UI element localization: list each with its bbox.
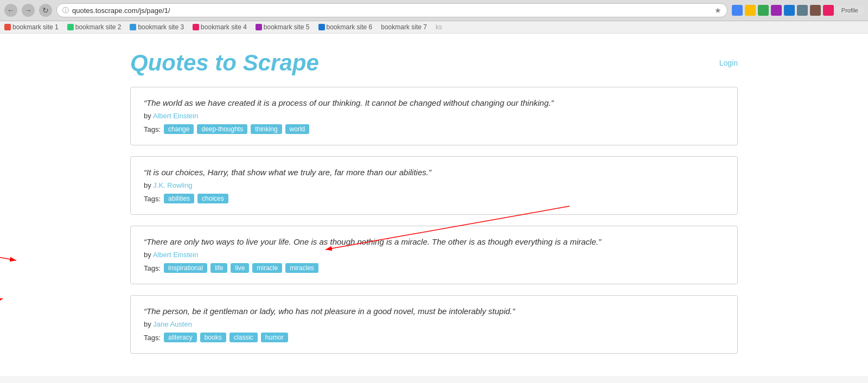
quote-author-3: by Albert Einstein [144,251,724,259]
ext-icon-1[interactable] [732,5,743,16]
ext-icon-7[interactable] [810,5,821,16]
quote-box-1: “The world as we have created it is a pr… [130,87,738,145]
refresh-button[interactable]: ↻ [39,4,52,17]
bookmark-icon-4 [193,24,199,30]
bookmark-1[interactable]: bookmark site 1 [4,23,59,31]
ext-icon-2[interactable] [745,5,756,16]
bookmark-2[interactable]: bookmark site 2 [67,23,122,31]
author-link-3[interactable]: Albert Einstein [153,251,199,259]
bookmark-8[interactable]: ks [436,23,442,31]
tag-classic[interactable]: classic [229,333,258,342]
tag-choices[interactable]: choices [197,194,228,203]
bookmark-icon-2 [67,24,74,30]
tags-line-2: Tags: abilities choices [144,194,724,203]
bookmark-3[interactable]: bookmark site 3 [130,23,184,31]
browser-extensions: Profile [732,5,864,16]
tag-deep-thoughts[interactable]: deep-thoughts [197,124,247,134]
quote-text-4: “The person, be it gentleman or lady, wh… [144,307,724,316]
ext-icon-4[interactable] [771,5,782,16]
bookmark-star-icon[interactable]: ★ [714,6,722,15]
bookmark-4[interactable]: bookmark site 4 [193,23,247,31]
svg-line-1 [0,247,16,260]
ext-icon-3[interactable] [758,5,769,16]
ext-icon-8[interactable] [823,5,834,16]
quote-author-2: by J.K. Rowling [144,181,724,189]
bookmark-5[interactable]: bookmark site 5 [256,23,310,31]
author-link-1[interactable]: Albert Einstein [153,112,199,120]
tag-world[interactable]: world [285,124,310,134]
bookmark-6[interactable]: bookmark site 6 [318,23,373,31]
browser-chrome: ← → ↻ ⓘ quotes.toscrape.com/js/page/1/ ★… [0,0,868,21]
quote-text-2: “It is our choices, Harry, that show wha… [144,168,724,177]
tags-line-4: Tags: aliteracy books classic humor [144,333,724,342]
tag-miracles[interactable]: miracles [285,263,318,273]
tag-life[interactable]: life [210,263,227,273]
quotes-container: “The world as we have created it is a pr… [0,87,868,354]
bookmarks-bar: bookmark site 1 bookmark site 2 bookmark… [0,21,868,34]
back-button[interactable]: ← [4,4,17,17]
ext-icon-6[interactable] [797,5,808,16]
quote-author-4: by Jane Austen [144,320,724,328]
forward-button[interactable]: → [22,4,35,17]
tag-live[interactable]: live [231,263,249,273]
quote-box-2: “It is our choices, Harry, that show wha… [130,156,738,215]
tag-humor[interactable]: humor [261,333,288,342]
page-header: Quotes to Scrape Login [0,34,868,87]
profile-button[interactable]: Profile [836,6,864,15]
page-wrapper: Quotes to Scrape Login “The world as we … [0,34,868,376]
tag-inspirational[interactable]: inspirational [164,263,207,273]
bookmark-icon-1 [4,24,11,30]
quote-box-4: “The person, be it gentleman or lady, wh… [130,295,738,354]
tags-line-3: Tags: inspirational life live miracle mi… [144,263,724,273]
bookmark-icon-6 [318,24,325,30]
quote-text-1: “The world as we have created it is a pr… [144,98,724,107]
site-title: Quotes to Scrape [130,50,319,76]
tag-change[interactable]: change [164,124,194,134]
bookmark-icon-3 [130,24,136,30]
url-text: quotes.toscrape.com/js/page/1/ [72,7,711,15]
quote-text-3: “There are only two ways to live your li… [144,237,724,246]
tags-line-1: Tags: change deep-thoughts thinking worl… [144,124,724,134]
ext-icon-5[interactable] [784,5,795,16]
tag-aliteracy[interactable]: aliteracy [164,333,197,342]
bookmark-7[interactable]: bookmark site 7 [381,23,427,31]
tag-thinking[interactable]: thinking [251,124,282,134]
address-bar[interactable]: ⓘ quotes.toscrape.com/js/page/1/ ★ [56,3,727,17]
svg-line-2 [0,298,3,305]
tag-books[interactable]: books [200,333,226,342]
login-link[interactable]: Login [719,59,738,67]
author-link-2[interactable]: J.K. Rowling [153,181,192,189]
quote-author-1: by Albert Einstein [144,112,724,120]
bookmark-icon-5 [256,24,262,30]
tag-miracle[interactable]: miracle [252,263,282,273]
quote-box-3: “There are only two ways to live your li… [130,226,738,284]
author-link-4[interactable]: Jane Austen [153,320,192,328]
tag-abilities[interactable]: abilities [164,194,194,203]
